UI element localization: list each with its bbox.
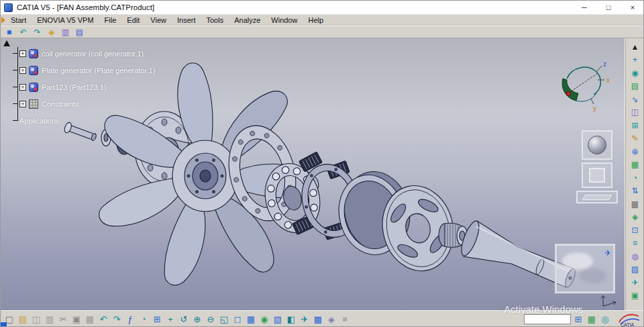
palette-plane-tool[interactable] (582, 162, 612, 188)
menu-item[interactable]: Insert (172, 16, 201, 24)
compass-z-label: z (603, 60, 606, 68)
toolbar-icon[interactable]: ✈ (299, 314, 311, 326)
toolbar-icon[interactable]: ▧ (272, 314, 284, 326)
toolbar-icon[interactable]: ▩ (312, 314, 324, 326)
toolbar-icon[interactable]: ↷ (32, 27, 43, 38)
title-bar: CATIA V5 - [FAN Assembly.CATProduct] ─ □… (1, 1, 644, 15)
toolbar-icon[interactable]: ⊞ (151, 314, 163, 326)
view-toolbar-group: ⊞ ▦ ◎ (572, 314, 611, 326)
toolbar-icon[interactable]: ▣ (70, 314, 83, 326)
toolbar-icon[interactable]: ◈ (325, 314, 337, 326)
toolbar-icon[interactable]: ▤ (629, 80, 641, 92)
toolbar-icon[interactable]: ▩ (629, 198, 641, 210)
toolbar-icon[interactable]: ◫ (629, 106, 641, 118)
toolbar-icon[interactable]: ◻ (231, 314, 244, 326)
toolbar-icon[interactable]: ◉ (629, 67, 641, 79)
sphere-icon (588, 136, 606, 154)
tree-item[interactable]: + Constraints (5, 95, 155, 112)
tree-node-icon (29, 49, 38, 58)
toolbar-icon[interactable]: ≡ (629, 237, 641, 249)
toolbar-icon[interactable]: ↶ (17, 27, 29, 38)
window-controls: ─ □ × (572, 1, 644, 14)
tree-item-label: Part123 (Part123.1) (42, 83, 107, 91)
tree-item[interactable]: + Plate generator (Plate generator.1) (5, 62, 155, 79)
menu-item[interactable]: Start (5, 16, 32, 24)
tree-expander-icon[interactable]: + (19, 50, 26, 57)
top-toolbar: ■ ↶ ↷ ◈ ▥ ▤ (1, 26, 644, 38)
menu-item[interactable]: Window (266, 16, 303, 24)
menu-item[interactable]: Tools (201, 16, 229, 24)
3d-compass[interactable]: z x y (553, 57, 615, 115)
menu-item[interactable]: Help (303, 16, 329, 24)
square-icon (589, 168, 605, 183)
toolbar-icon[interactable]: ▨ (629, 263, 641, 275)
toolbar-icon[interactable]: ▦ (629, 158, 641, 171)
toolbar-icon[interactable]: ⊕ (629, 146, 641, 158)
toolbar-icon[interactable]: ✈ (629, 277, 641, 289)
menu-item[interactable]: ENOVIA V5 VPM (32, 16, 99, 24)
toolbar-icon[interactable]: ◧ (285, 314, 297, 326)
toolbar-icon[interactable]: ✎ (629, 132, 641, 144)
menu-item[interactable]: Analyze (229, 16, 266, 24)
toolbar-icon[interactable]: + (164, 314, 176, 326)
toolbar-icon[interactable]: ◱ (218, 314, 230, 326)
toolbar-icon[interactable]: ↺ (178, 314, 190, 326)
toolbar-icon[interactable]: ƒ (124, 314, 136, 326)
palette-sphere-tool[interactable] (582, 130, 612, 160)
toolbar-icon[interactable]: ✂ (57, 314, 69, 326)
toolbar-icon[interactable]: ▦ (245, 314, 257, 326)
toolbar-icon[interactable]: ⊞ (572, 314, 584, 326)
toolbar-icon[interactable]: ▣ (629, 289, 641, 301)
toolbar-icon[interactable]: ◔ (629, 172, 641, 184)
toolbar-icon[interactable]: ◔ (138, 314, 150, 326)
menu-item[interactable]: Edit (121, 16, 145, 24)
toolbar-icon[interactable]: ◍ (629, 250, 641, 263)
toolbar-icon[interactable]: ▦ (84, 314, 96, 326)
tree-item[interactable]: + coil generator (coil generator.1) (5, 45, 155, 62)
tree-node-icon (29, 66, 38, 75)
tree-item[interactable]: Applications (5, 112, 155, 129)
toolbar-icon[interactable]: ⊖ (205, 314, 217, 326)
toolbar-icon[interactable]: ⊕ (191, 314, 203, 326)
tree-expander-icon[interactable]: + (19, 84, 26, 91)
menu-item[interactable]: View (145, 16, 172, 24)
toolbar-icon[interactable]: ▤ (17, 314, 29, 326)
3d-viewport[interactable]: + coil generator (coil generator.1) + Pl… (1, 38, 625, 310)
maximize-button[interactable]: □ (596, 1, 621, 14)
toolbar-icon[interactable]: ↶ (97, 314, 109, 326)
toolbar-icon[interactable]: ⇘ (629, 93, 641, 105)
toolbar-icon[interactable]: ◉ (258, 314, 270, 326)
toolbar-icon[interactable]: ▲ (629, 41, 641, 53)
minimize-button[interactable]: ─ (572, 1, 596, 14)
view-axis-icon (600, 293, 619, 309)
toolbar-icon[interactable]: ◈ (629, 211, 641, 223)
toolbar-icon[interactable]: ▦ (586, 314, 598, 326)
toolbar-icon[interactable]: ▥ (44, 314, 56, 326)
tree-expander-icon[interactable]: + (19, 101, 26, 107)
power-input-field[interactable] (524, 314, 571, 324)
tree-item-label: Plate generator (Plate generator.1) (42, 66, 155, 75)
window-title: CATIA V5 - [FAN Assembly.CATProduct] (17, 3, 154, 11)
toolbar-icon[interactable]: ▤ (74, 27, 85, 38)
toolbar-icon[interactable]: ⇅ (629, 185, 641, 197)
palette-slab-tool[interactable] (576, 191, 618, 203)
tree-expander-icon[interactable]: + (19, 67, 26, 74)
toolbar-icon[interactable]: ⊞ (629, 120, 641, 132)
tree-branch-line (13, 87, 18, 87)
toolbar-icon[interactable]: ◎ (599, 314, 611, 326)
compass-x-label: x (606, 77, 610, 84)
toolbar-icon[interactable]: ■ (3, 27, 15, 38)
toolbar-icon[interactable]: ≡ (339, 314, 351, 326)
toolbar-icon[interactable]: ⊡ (629, 224, 641, 236)
toolbar-icon[interactable]: ▥ (60, 27, 71, 38)
toolbar-icon[interactable]: ◈ (46, 27, 57, 38)
tree-item[interactable]: + Part123 (Part123.1) (5, 79, 155, 95)
right-toolbar: ▲ + ◉ ▤ ⇘ ◫ ⊞ ✎ ⊕ ▦ ◔ ⇅ ▩ ◈ ⊡ ≡ (625, 38, 644, 310)
menu-bar: Start ENOVIA V5 VPM File Edit View Inser… (1, 15, 644, 26)
toolbar-icon[interactable]: + (629, 54, 641, 66)
preview-panel[interactable]: ✈ (555, 244, 615, 293)
toolbar-icon[interactable]: ↷ (111, 314, 123, 326)
close-button[interactable]: × (621, 1, 644, 14)
menu-item[interactable]: File (99, 16, 122, 24)
toolbar-icon[interactable]: ◫ (30, 314, 42, 326)
